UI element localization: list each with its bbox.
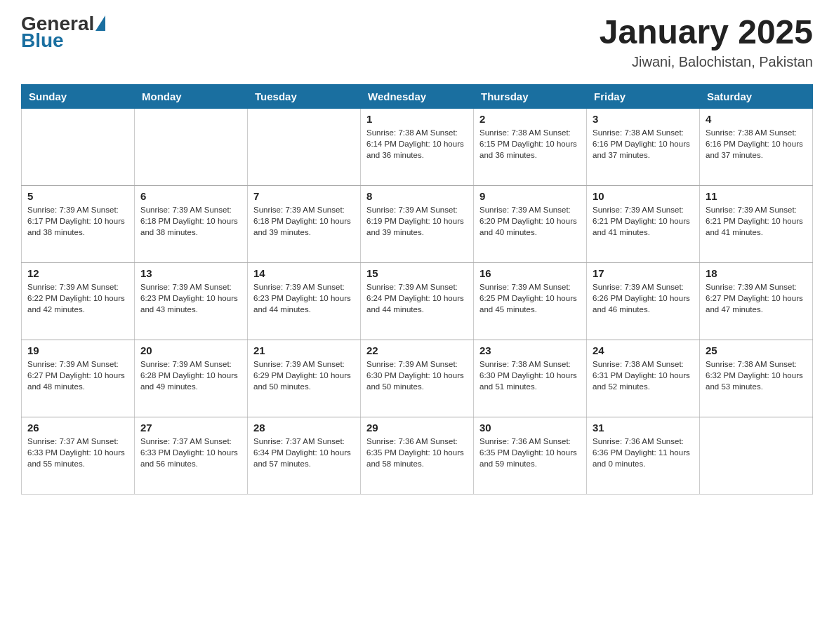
day-number: 2 [479,113,581,125]
day-info: Sunrise: 7:36 AM Sunset: 6:35 PM Dayligh… [479,436,581,469]
day-number: 17 [593,267,694,279]
calendar-cell: 6Sunrise: 7:39 AM Sunset: 6:18 PM Daylig… [135,185,248,262]
calendar-cell: 22Sunrise: 7:39 AM Sunset: 6:30 PM Dayli… [361,340,474,417]
calendar-cell: 8Sunrise: 7:39 AM Sunset: 6:19 PM Daylig… [361,185,474,262]
calendar-cell: 19Sunrise: 7:39 AM Sunset: 6:27 PM Dayli… [22,340,135,417]
calendar-week-3: 19Sunrise: 7:39 AM Sunset: 6:27 PM Dayli… [22,340,813,417]
weekday-header-saturday: Saturday [700,84,813,108]
calendar-cell: 7Sunrise: 7:39 AM Sunset: 6:18 PM Daylig… [248,185,361,262]
day-number: 26 [27,422,128,434]
day-number: 15 [366,267,468,279]
day-info: Sunrise: 7:38 AM Sunset: 6:16 PM Dayligh… [593,127,694,161]
weekday-header-friday: Friday [587,84,700,108]
calendar-cell [248,108,361,185]
calendar-body: 1Sunrise: 7:38 AM Sunset: 6:14 PM Daylig… [22,108,813,494]
day-info: Sunrise: 7:39 AM Sunset: 6:21 PM Dayligh… [593,204,694,238]
day-number: 22 [366,344,468,356]
calendar-cell: 26Sunrise: 7:37 AM Sunset: 6:33 PM Dayli… [22,417,135,494]
day-number: 9 [479,190,581,202]
day-number: 1 [366,113,468,125]
calendar-cell: 29Sunrise: 7:36 AM Sunset: 6:35 PM Dayli… [361,417,474,494]
day-number: 29 [366,422,468,434]
day-info: Sunrise: 7:38 AM Sunset: 6:30 PM Dayligh… [479,358,581,392]
day-info: Sunrise: 7:39 AM Sunset: 6:19 PM Dayligh… [366,204,468,238]
day-number: 25 [706,344,807,356]
calendar-cell: 27Sunrise: 7:37 AM Sunset: 6:33 PM Dayli… [135,417,248,494]
calendar-cell: 24Sunrise: 7:38 AM Sunset: 6:31 PM Dayli… [587,340,700,417]
day-info: Sunrise: 7:39 AM Sunset: 6:26 PM Dayligh… [593,281,694,315]
weekday-header-wednesday: Wednesday [361,84,474,108]
calendar-cell: 2Sunrise: 7:38 AM Sunset: 6:15 PM Daylig… [474,108,587,185]
calendar-title: January 2025 [600,14,813,51]
calendar-cell: 15Sunrise: 7:39 AM Sunset: 6:24 PM Dayli… [361,262,474,340]
day-number: 23 [479,344,581,356]
day-number: 11 [706,190,807,202]
calendar-cell: 9Sunrise: 7:39 AM Sunset: 6:20 PM Daylig… [474,185,587,262]
calendar-table: SundayMondayTuesdayWednesdayThursdayFrid… [21,84,813,495]
day-info: Sunrise: 7:39 AM Sunset: 6:29 PM Dayligh… [253,358,355,392]
day-info: Sunrise: 7:39 AM Sunset: 6:20 PM Dayligh… [479,204,581,238]
day-number: 24 [593,344,694,356]
day-number: 18 [706,267,807,279]
page-header: General Blue January 2025 Jiwani, Baloch… [21,14,813,70]
day-info: Sunrise: 7:39 AM Sunset: 6:30 PM Dayligh… [366,358,468,392]
calendar-header: SundayMondayTuesdayWednesdayThursdayFrid… [22,84,813,108]
calendar-cell: 13Sunrise: 7:39 AM Sunset: 6:23 PM Dayli… [135,262,248,340]
calendar-cell: 20Sunrise: 7:39 AM Sunset: 6:28 PM Dayli… [135,340,248,417]
day-info: Sunrise: 7:39 AM Sunset: 6:18 PM Dayligh… [253,204,355,238]
day-number: 10 [593,190,694,202]
calendar-cell: 10Sunrise: 7:39 AM Sunset: 6:21 PM Dayli… [587,185,700,262]
day-number: 4 [706,113,807,125]
calendar-cell: 1Sunrise: 7:38 AM Sunset: 6:14 PM Daylig… [361,108,474,185]
day-number: 7 [253,190,355,202]
calendar-cell: 12Sunrise: 7:39 AM Sunset: 6:22 PM Dayli… [22,262,135,340]
calendar-cell: 23Sunrise: 7:38 AM Sunset: 6:30 PM Dayli… [474,340,587,417]
calendar-cell [135,108,248,185]
day-number: 21 [253,344,355,356]
calendar-cell: 14Sunrise: 7:39 AM Sunset: 6:23 PM Dayli… [248,262,361,340]
day-info: Sunrise: 7:38 AM Sunset: 6:32 PM Dayligh… [706,358,807,392]
day-info: Sunrise: 7:39 AM Sunset: 6:21 PM Dayligh… [706,204,807,238]
day-number: 28 [253,422,355,434]
day-number: 27 [140,422,241,434]
calendar-subtitle: Jiwani, Balochistan, Pakistan [600,54,813,70]
weekday-header-tuesday: Tuesday [248,84,361,108]
day-info: Sunrise: 7:36 AM Sunset: 6:35 PM Dayligh… [366,436,468,469]
day-info: Sunrise: 7:36 AM Sunset: 6:36 PM Dayligh… [593,436,694,469]
day-info: Sunrise: 7:39 AM Sunset: 6:17 PM Dayligh… [27,204,128,238]
day-info: Sunrise: 7:39 AM Sunset: 6:22 PM Dayligh… [27,281,128,315]
calendar-cell: 30Sunrise: 7:36 AM Sunset: 6:35 PM Dayli… [474,417,587,494]
day-number: 31 [593,422,694,434]
calendar-cell: 16Sunrise: 7:39 AM Sunset: 6:25 PM Dayli… [474,262,587,340]
day-info: Sunrise: 7:39 AM Sunset: 6:23 PM Dayligh… [253,281,355,315]
day-number: 16 [479,267,581,279]
calendar-cell: 25Sunrise: 7:38 AM Sunset: 6:32 PM Dayli… [700,340,813,417]
day-info: Sunrise: 7:38 AM Sunset: 6:16 PM Dayligh… [706,127,807,161]
weekday-header-sunday: Sunday [22,84,135,108]
day-number: 3 [593,113,694,125]
title-section: January 2025 Jiwani, Balochistan, Pakist… [600,14,813,70]
calendar-cell: 3Sunrise: 7:38 AM Sunset: 6:16 PM Daylig… [587,108,700,185]
day-info: Sunrise: 7:38 AM Sunset: 6:14 PM Dayligh… [366,127,468,161]
day-number: 13 [140,267,241,279]
calendar-week-0: 1Sunrise: 7:38 AM Sunset: 6:14 PM Daylig… [22,108,813,185]
day-number: 8 [366,190,468,202]
day-info: Sunrise: 7:38 AM Sunset: 6:15 PM Dayligh… [479,127,581,161]
calendar-week-4: 26Sunrise: 7:37 AM Sunset: 6:33 PM Dayli… [22,417,813,494]
calendar-cell: 4Sunrise: 7:38 AM Sunset: 6:16 PM Daylig… [700,108,813,185]
calendar-week-1: 5Sunrise: 7:39 AM Sunset: 6:17 PM Daylig… [22,185,813,262]
calendar-cell: 17Sunrise: 7:39 AM Sunset: 6:26 PM Dayli… [587,262,700,340]
day-info: Sunrise: 7:39 AM Sunset: 6:25 PM Dayligh… [479,281,581,315]
day-info: Sunrise: 7:39 AM Sunset: 6:18 PM Dayligh… [140,204,241,238]
calendar-cell: 28Sunrise: 7:37 AM Sunset: 6:34 PM Dayli… [248,417,361,494]
weekday-header-monday: Monday [135,84,248,108]
calendar-cell: 21Sunrise: 7:39 AM Sunset: 6:29 PM Dayli… [248,340,361,417]
day-number: 20 [140,344,241,356]
day-info: Sunrise: 7:39 AM Sunset: 6:28 PM Dayligh… [140,358,241,392]
day-info: Sunrise: 7:37 AM Sunset: 6:33 PM Dayligh… [140,436,241,469]
day-info: Sunrise: 7:38 AM Sunset: 6:31 PM Dayligh… [593,358,694,392]
calendar-cell [22,108,135,185]
day-info: Sunrise: 7:37 AM Sunset: 6:34 PM Dayligh… [253,436,355,469]
calendar-cell [700,417,813,494]
day-number: 5 [27,190,128,202]
